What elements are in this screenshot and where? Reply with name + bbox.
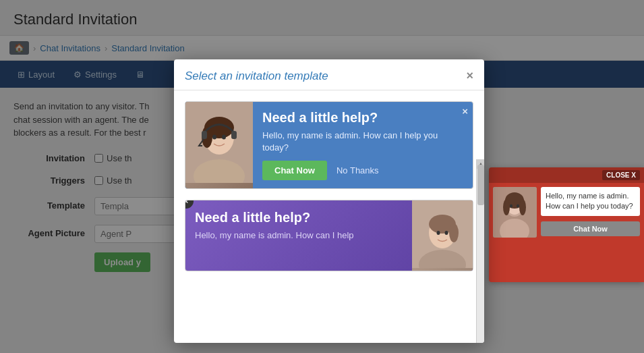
svg-point-7 <box>510 205 513 208</box>
red-card-body: Hello, my name is admin. How can I help … <box>489 183 644 242</box>
red-card-header: CLOSE X <box>489 167 644 183</box>
red-invitation-card: CLOSE X Hello, my name is admin. How can… <box>489 167 644 282</box>
modal-title-plain: Select an <box>185 70 236 82</box>
card1-agent-image <box>185 102 253 188</box>
modal-header: Select an invitation template × <box>174 59 484 90</box>
card1-title: Need a little help? <box>262 110 463 126</box>
template-card-blue[interactable]: × <box>185 101 473 189</box>
svg-rect-14 <box>202 131 207 139</box>
modal-body[interactable]: × <box>174 90 484 343</box>
card2-agent-image <box>412 200 473 271</box>
modal-close-button[interactable]: × <box>466 69 473 83</box>
scroll-thumb[interactable] <box>477 165 484 205</box>
card2-left: Need a little help? Hello, my name is ad… <box>185 200 412 271</box>
svg-point-16 <box>212 135 216 140</box>
svg-point-8 <box>517 205 519 208</box>
card1-subtitle: Hello, my name is admin. How can I help … <box>262 130 463 154</box>
red-text-area: Hello, my name is admin. How can I help … <box>541 187 640 238</box>
template-card-purple[interactable]: × Need a little help? Hello, my name is … <box>185 200 473 271</box>
modal: Select an invitation template × × <box>174 59 484 343</box>
svg-point-17 <box>222 135 226 140</box>
card2-title: Need a little help? <box>195 210 403 225</box>
modal-title: Select an invitation template <box>185 70 328 83</box>
modal-scrollbar[interactable]: ▲ ▼ <box>476 159 484 343</box>
card1-chat-now-button[interactable]: Chat Now <box>262 161 327 180</box>
svg-point-23 <box>437 231 440 235</box>
svg-rect-15 <box>231 131 237 139</box>
svg-point-6 <box>519 199 526 215</box>
red-close-button[interactable]: CLOSE X <box>602 170 640 180</box>
modal-title-emphasis: invitation template <box>236 70 328 82</box>
card1-no-thanks-button[interactable]: No Thanks <box>336 165 379 175</box>
card1-close-button[interactable]: × <box>462 105 468 117</box>
red-message-box: Hello, my name is admin. How can I help … <box>541 187 640 216</box>
card1-actions: Chat Now No Thanks <box>262 161 463 180</box>
card1-content: Need a little help? Hello, my name is ad… <box>253 102 473 188</box>
card2-subtitle: Hello, my name is admin. How can I help <box>195 229 403 242</box>
red-agent-image <box>493 187 537 238</box>
svg-point-22 <box>449 223 459 242</box>
svg-point-24 <box>445 231 448 235</box>
svg-point-5 <box>503 199 510 215</box>
red-chat-now-button[interactable]: Chat Now <box>541 221 640 236</box>
